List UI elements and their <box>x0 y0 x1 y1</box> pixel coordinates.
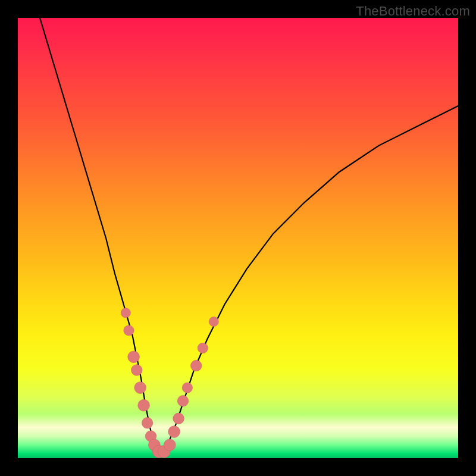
data-point <box>198 343 208 353</box>
data-point <box>177 396 189 407</box>
data-point <box>182 383 192 393</box>
data-point <box>164 439 176 451</box>
watermark-text: TheBottleneck.com <box>356 4 470 19</box>
data-point <box>168 426 180 438</box>
data-point <box>121 308 130 318</box>
chart-frame: TheBottleneck.com <box>0 0 476 476</box>
data-point <box>209 317 218 327</box>
data-point <box>131 365 143 376</box>
chart-svg <box>18 18 458 458</box>
data-point <box>128 351 140 363</box>
data-points-group <box>121 308 218 458</box>
data-point <box>134 382 146 394</box>
data-point <box>190 360 202 371</box>
data-point <box>138 399 150 411</box>
plot-area <box>18 18 458 458</box>
bottleneck-curve <box>40 18 458 454</box>
data-point <box>142 418 153 429</box>
data-point <box>124 325 134 336</box>
data-point <box>173 413 184 424</box>
